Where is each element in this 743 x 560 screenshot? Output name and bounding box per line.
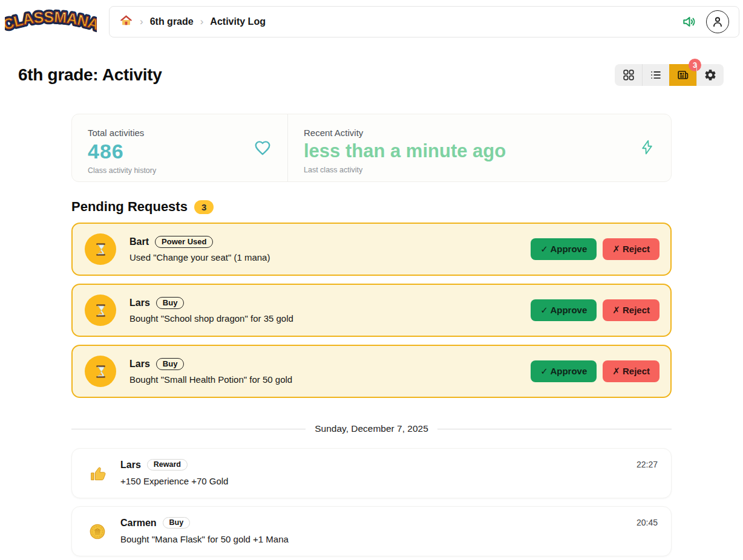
hourglass-icon xyxy=(93,363,109,380)
hourglass-avatar xyxy=(85,233,116,265)
classmana-logo-icon: CLASSMANA CLASSMANA xyxy=(5,5,97,36)
pending-request-card: Lars Buy Bought "Small Health Potion" fo… xyxy=(71,345,672,398)
activity-description: +150 Experience +70 Gold xyxy=(120,476,637,486)
activity-timestamp: 20:45 xyxy=(637,517,658,545)
reject-button[interactable]: ✗ Reject xyxy=(603,360,660,382)
top-bar: CLASSMANA CLASSMANA › 6th grade › Activi… xyxy=(0,0,743,39)
pending-request-card: Lars Buy Bought "School shop dragon" for… xyxy=(71,284,672,337)
home-icon[interactable] xyxy=(119,14,133,30)
request-actions: ✓ Approve ✗ Reject xyxy=(531,360,660,382)
title-row: 6th grade: Activity 3 xyxy=(18,64,724,86)
stats-card: Total activities 486 Class activity hist… xyxy=(71,114,672,182)
pending-requests-heading: Pending Requests 3 xyxy=(71,199,672,215)
date-divider: Sunday, December 7, 2025 xyxy=(71,423,672,434)
request-details: Lars Buy Bought "School shop dragon" for… xyxy=(129,297,517,324)
activity-type-pill: Reward xyxy=(147,459,188,470)
request-details: Bart Power Used Used "Change your seat" … xyxy=(129,236,517,262)
thumbs-up-icon xyxy=(84,459,120,487)
stat-label: Total activities xyxy=(88,128,156,138)
hourglass-icon xyxy=(93,241,109,258)
stat-sublabel: Last class activity xyxy=(304,166,506,174)
view-toggle: 3 xyxy=(615,64,724,86)
stat-label: Recent Activity xyxy=(304,128,506,138)
svg-text:CLASSMANA: CLASSMANA xyxy=(5,8,97,33)
activity-entry: Lars Reward +150 Experience +70 Gold 22:… xyxy=(71,448,672,498)
profile-avatar-button[interactable] xyxy=(706,10,729,33)
approve-button[interactable]: ✓ Approve xyxy=(531,238,597,260)
house-icon xyxy=(119,14,133,27)
pending-count-pill: 3 xyxy=(194,200,214,214)
settings-button[interactable] xyxy=(696,64,724,86)
breadcrumb-separator: › xyxy=(200,16,204,28)
stat-value: 486 xyxy=(88,140,156,163)
person-icon xyxy=(711,15,724,28)
page-title: 6th grade: Activity xyxy=(18,65,162,85)
student-name: Carmen xyxy=(120,518,157,529)
volume-button[interactable] xyxy=(681,14,697,30)
request-actions: ✓ Approve ✗ Reject xyxy=(531,299,660,321)
student-name: Bart xyxy=(129,236,149,247)
student-name: Lars xyxy=(129,298,150,308)
volume-icon xyxy=(681,14,697,30)
header-bar: › 6th grade › Activity Log xyxy=(109,6,739,37)
activity-details: Carmen Buy Bought "Mana Flask" for 50 go… xyxy=(120,517,637,545)
classmana-logo[interactable]: CLASSMANA CLASSMANA xyxy=(5,5,97,39)
settings-gear-icon xyxy=(704,68,717,82)
section-title: Pending Requests xyxy=(71,199,188,215)
breadcrumb-activity-log[interactable]: Activity Log xyxy=(210,16,266,27)
activity-type-pill: Buy xyxy=(163,517,191,529)
activity-log-view-button[interactable]: 3 xyxy=(669,64,696,86)
stat-sublabel: Class activity history xyxy=(88,166,156,175)
activity-log-icon xyxy=(676,68,690,82)
list-view-icon xyxy=(649,68,663,82)
stat-value: less than a minute ago xyxy=(304,140,506,162)
pending-request-card: Bart Power Used Used "Change your seat" … xyxy=(71,223,672,276)
lightning-icon xyxy=(639,139,655,158)
heart-icon xyxy=(254,138,272,159)
hourglass-avatar xyxy=(85,295,116,326)
breadcrumb-class[interactable]: 6th grade xyxy=(150,16,194,27)
approve-button[interactable]: ✓ Approve xyxy=(531,299,597,321)
main-content: Total activities 486 Class activity hist… xyxy=(71,114,672,560)
breadcrumb: › 6th grade › Activity Log xyxy=(119,14,266,30)
request-type-pill: Buy xyxy=(156,358,185,370)
header-actions xyxy=(681,10,729,33)
list-view-button[interactable] xyxy=(642,64,669,86)
request-details: Lars Buy Bought "Small Health Potion" fo… xyxy=(129,358,517,385)
student-name: Lars xyxy=(120,460,141,470)
divider-line xyxy=(437,429,672,429)
stat-recent-activity: Recent Activity less than a minute ago L… xyxy=(287,114,671,181)
approve-button[interactable]: ✓ Approve xyxy=(531,360,597,382)
divider-line xyxy=(71,429,306,429)
request-type-pill: Buy xyxy=(156,297,185,309)
hourglass-avatar xyxy=(85,356,116,387)
request-type-pill: Power Used xyxy=(155,236,213,248)
grid-view-icon xyxy=(622,68,635,82)
hourglass-icon xyxy=(93,302,109,319)
activity-entry: Carmen Buy Bought "Mana Flask" for 50 go… xyxy=(71,506,672,556)
grid-view-button[interactable] xyxy=(615,64,642,86)
request-description: Bought "School shop dragon" for 35 gold xyxy=(129,313,517,324)
activity-timestamp: 22:27 xyxy=(637,459,658,487)
request-actions: ✓ Approve ✗ Reject xyxy=(531,238,660,260)
reject-button[interactable]: ✗ Reject xyxy=(603,299,660,321)
date-label: Sunday, December 7, 2025 xyxy=(315,423,428,434)
student-name: Lars xyxy=(129,359,150,370)
reject-button[interactable]: ✗ Reject xyxy=(603,238,660,260)
request-description: Bought "Small Health Potion" for 50 gold xyxy=(129,374,517,385)
activity-description: Bought "Mana Flask" for 50 gold +1 Mana xyxy=(120,534,637,544)
breadcrumb-separator: › xyxy=(140,16,143,28)
request-description: Used "Change your seat" (1 mana) xyxy=(129,252,517,262)
stat-total-activities: Total activities 486 Class activity hist… xyxy=(72,114,287,181)
activity-details: Lars Reward +150 Experience +70 Gold xyxy=(120,459,637,487)
coin-icon xyxy=(84,517,120,545)
